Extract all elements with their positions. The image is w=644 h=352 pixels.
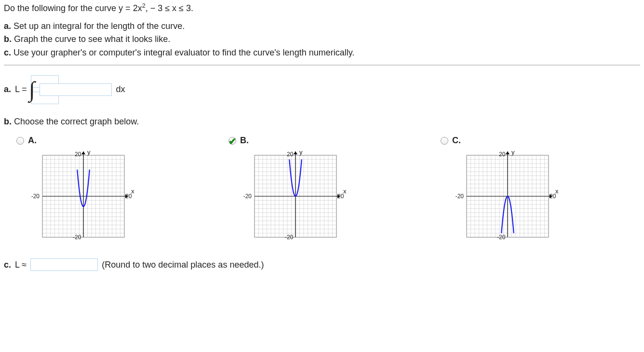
svg-marker-155 xyxy=(506,151,510,154)
option-b: ✔B. -20 20 20 -20 x y xyxy=(216,135,428,247)
part-b-label: b. xyxy=(4,117,12,126)
part-a-label: a. xyxy=(4,83,11,95)
svg-text:x: x xyxy=(343,188,347,195)
svg-text:-20: -20 xyxy=(456,193,464,200)
svg-text:-20: -20 xyxy=(31,193,40,200)
radio-button[interactable] xyxy=(16,137,24,145)
part-c-text: Use your grapher's or computer's integra… xyxy=(13,48,354,57)
check-icon: ✔ xyxy=(228,135,237,148)
option-c: C. -20 20 20 -20 x y xyxy=(428,135,640,247)
graph[interactable]: -20 20 20 -20 x y xyxy=(23,150,139,247)
dx-text: dx xyxy=(116,83,125,95)
problem-stem: Do the following for the curve y = 2x2, … xyxy=(4,2,640,14)
svg-text:-20: -20 xyxy=(243,193,252,200)
graph[interactable]: -20 20 20 -20 x y xyxy=(447,150,563,247)
svg-text:x: x xyxy=(131,188,134,195)
part-a-text: Set up an integral for the length of the… xyxy=(13,21,185,31)
part-b-prompt: b. Choose the correct graph below. xyxy=(4,116,640,128)
stem-sup: 2 xyxy=(142,2,146,9)
option-label: C. xyxy=(452,135,461,147)
svg-marker-47 xyxy=(81,151,85,154)
part-letter-a: a. xyxy=(4,21,11,31)
svg-text:y: y xyxy=(511,150,515,156)
part-letter-c: c. xyxy=(4,48,11,57)
svg-text:20: 20 xyxy=(75,151,81,158)
svg-text:-20: -20 xyxy=(497,234,506,241)
part-letter-b: b. xyxy=(4,34,12,44)
svg-marker-101 xyxy=(294,151,297,154)
part-a-lhs: L = xyxy=(15,83,27,95)
integral-block: ∫ xyxy=(31,75,36,104)
part-a-row: a. L = ∫ dx xyxy=(4,75,640,104)
integrand-input[interactable] xyxy=(40,83,112,96)
part-b-text2: Choose the correct graph below. xyxy=(14,117,139,126)
svg-text:-20: -20 xyxy=(73,234,81,241)
subparts-list: a. Set up an integral for the length of … xyxy=(4,20,640,59)
divider xyxy=(4,65,640,66)
part-b-text: Graph the curve to see what it looks lik… xyxy=(14,34,170,44)
svg-text:y: y xyxy=(87,150,91,156)
length-answer-input[interactable] xyxy=(30,258,98,271)
stem-post: , − 3 ≤ x ≤ 3. xyxy=(146,3,193,13)
part-c-row: c. L ≈ (Round to two decimal places as n… xyxy=(4,258,640,271)
option-header: ✔B. xyxy=(228,135,428,147)
part-c-label: c. xyxy=(4,259,11,271)
option-header: A. xyxy=(16,135,216,147)
svg-text:-20: -20 xyxy=(285,234,294,241)
part-c-hint: (Round to two decimal places as needed.) xyxy=(102,259,264,271)
option-header: C. xyxy=(441,135,640,147)
integral-sign-icon: ∫ xyxy=(28,84,36,95)
svg-text:20: 20 xyxy=(287,151,294,158)
radio-button[interactable] xyxy=(441,137,448,145)
graph-options: A. -20 20 20 -20 x y ✔B. -20 20 20 -20 x… xyxy=(4,135,640,247)
svg-text:y: y xyxy=(299,150,303,156)
svg-text:20: 20 xyxy=(499,151,506,158)
option-a: A. -20 20 20 -20 x y xyxy=(4,135,216,247)
stem-pre: Do the following for the curve y = 2x xyxy=(4,3,142,13)
part-c-lhs: L ≈ xyxy=(15,259,27,271)
graph[interactable]: -20 20 20 -20 x y xyxy=(235,150,351,247)
option-label: B. xyxy=(240,135,249,147)
svg-text:x: x xyxy=(555,188,559,195)
option-label: A. xyxy=(28,135,37,147)
radio-button[interactable]: ✔ xyxy=(228,137,236,145)
